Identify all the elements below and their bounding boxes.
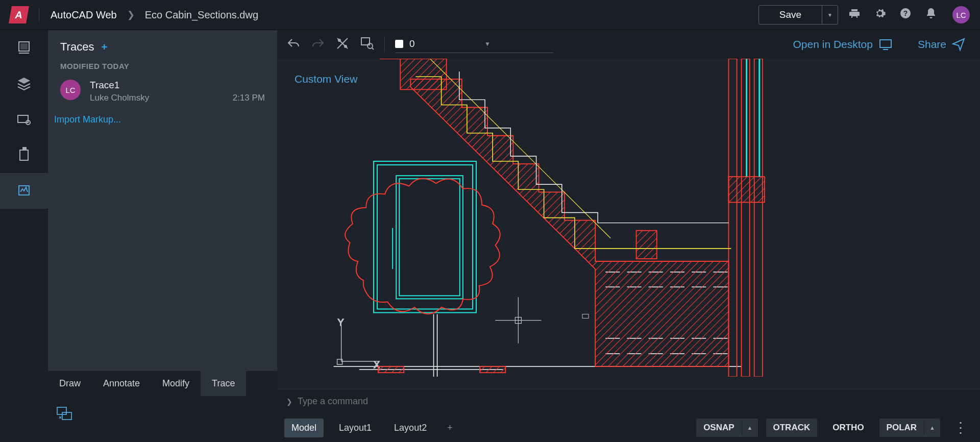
svg-rect-45 (377, 165, 473, 309)
user-avatar[interactable]: LC (952, 6, 970, 23)
bell-icon[interactable] (922, 4, 940, 26)
redo-button[interactable] (311, 36, 325, 53)
more-options-button[interactable]: ⋮ (948, 424, 973, 431)
canvas-toolbar: 0 ▼ Open in Desktop Share (277, 30, 980, 59)
svg-rect-38 (378, 366, 404, 373)
svg-text:?: ? (903, 9, 908, 17)
tool-tab-modify[interactable]: Modify (151, 371, 201, 396)
rail-blocks[interactable] (0, 102, 48, 137)
chevron-down-icon: ▼ (484, 40, 553, 47)
save-dropdown[interactable]: ▼ (822, 6, 838, 24)
zoom-extents-button[interactable] (335, 36, 350, 53)
status-bar: Model Layout1 Layout2 + OSNAP▲ OTRACK OR… (277, 413, 980, 442)
svg-rect-40 (728, 59, 737, 377)
svg-rect-37 (636, 231, 657, 259)
trace-author: Luke Cholmsky (90, 93, 149, 103)
divider (39, 8, 39, 22)
app-logo: A (9, 6, 29, 23)
svg-point-14 (345, 45, 347, 47)
chevron-up-icon[interactable]: ▲ (924, 421, 940, 435)
tool-tab-trace[interactable]: Trace (201, 371, 246, 396)
tool-tab-bar: Draw Annotate Modify Trace (48, 371, 277, 396)
snap-otrack[interactable]: OTRACK (766, 419, 818, 437)
svg-line-17 (372, 48, 374, 50)
canvas-area: 0 ▼ Open in Desktop Share Custom View (277, 30, 980, 442)
save-button[interactable]: Save ▼ (758, 5, 838, 24)
trace-list-item[interactable]: LC Trace1 Luke Cholmsky 2:13 PM (48, 75, 277, 108)
svg-rect-46 (396, 176, 463, 299)
undo-button[interactable] (286, 36, 301, 53)
rail-xref[interactable] (0, 137, 48, 173)
rail-layers[interactable] (0, 66, 48, 102)
svg-rect-43 (728, 177, 764, 202)
layout-tab-2[interactable]: Layout2 (387, 419, 434, 437)
trace-time: 2:13 PM (233, 93, 265, 103)
snap-osnap[interactable]: OSNAP▲ (696, 419, 757, 437)
help-icon[interactable]: ? (896, 4, 915, 26)
app-header: A AutoCAD Web ❯ Eco Cabin_Sections.dwg S… (0, 0, 980, 30)
trace-name: Trace1 (90, 80, 265, 91)
svg-text:Y: Y (338, 317, 344, 328)
svg-rect-44 (374, 161, 476, 313)
svg-point-13 (338, 39, 340, 41)
svg-rect-47 (399, 179, 460, 296)
breadcrumb-file[interactable]: Eco Cabin_Sections.dwg (145, 9, 258, 21)
gear-icon[interactable] (871, 4, 889, 26)
rail-properties[interactable] (0, 30, 48, 66)
zoom-window-button[interactable] (360, 36, 374, 53)
layout-tab-model[interactable]: Model (284, 419, 324, 437)
tool-tab-draw[interactable]: Draw (48, 371, 92, 396)
share-button[interactable]: Share (918, 37, 966, 52)
snap-polar[interactable]: POLAR▲ (879, 419, 940, 437)
panel-title: Traces (60, 40, 94, 54)
command-line[interactable]: ❯ (277, 389, 980, 413)
rail-trace[interactable] (0, 173, 48, 209)
traces-panel: Traces + MODIFIED TODAY LC Trace1 Luke C… (48, 30, 277, 442)
svg-rect-9 (57, 407, 66, 414)
layer-color-swatch (395, 40, 403, 48)
drawing-viewport[interactable]: Custom View (277, 59, 980, 389)
chevron-up-icon[interactable]: ▲ (742, 421, 758, 435)
print-icon[interactable] (845, 4, 864, 26)
breadcrumb-app[interactable]: AutoCAD Web (51, 9, 117, 21)
svg-rect-51 (582, 314, 589, 318)
svg-rect-39 (480, 366, 505, 373)
svg-rect-10 (62, 412, 71, 420)
trace-toolbar (48, 396, 277, 442)
section-modified-today: MODIFIED TODAY (48, 58, 277, 75)
svg-rect-42 (754, 59, 763, 377)
tool-tab-annotate[interactable]: Annotate (92, 371, 151, 396)
left-rail (0, 30, 48, 442)
open-in-desktop-button[interactable]: Open in Desktop (793, 38, 892, 51)
layer-selector[interactable]: 0 ▼ (395, 36, 553, 53)
command-input[interactable] (298, 396, 971, 407)
layout-tab-1[interactable]: Layout1 (332, 419, 379, 437)
svg-rect-18 (880, 40, 891, 47)
chevron-right-icon: ❯ (127, 9, 135, 20)
chevron-right-icon: ❯ (286, 398, 292, 406)
import-markup-link[interactable]: Import Markup... (48, 108, 277, 125)
snap-ortho[interactable]: ORTHO (825, 419, 871, 437)
trace-author-avatar: LC (60, 80, 81, 100)
svg-rect-7 (20, 150, 28, 160)
svg-rect-41 (742, 59, 750, 377)
svg-rect-3 (21, 44, 27, 49)
layer-name: 0 (409, 38, 478, 50)
add-layout-button[interactable]: + (442, 423, 458, 433)
trace-tool-button[interactable] (55, 405, 76, 426)
cad-drawing: Y X (277, 59, 980, 377)
add-trace-button[interactable]: + (101, 41, 107, 53)
